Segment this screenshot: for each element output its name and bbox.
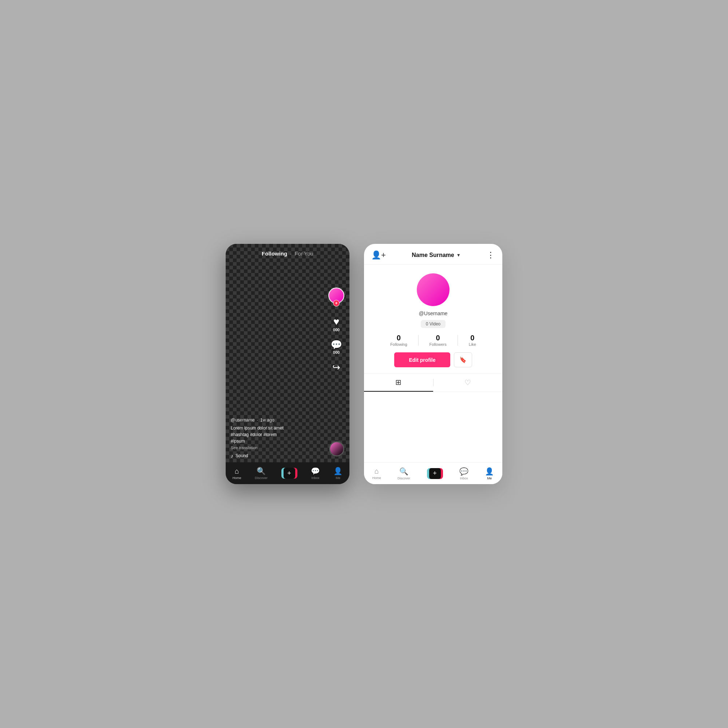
inbox-icon-light: 💬 <box>459 467 468 476</box>
dark-nav-inbox[interactable]: 💬 Inbox <box>311 466 320 480</box>
grid-icon: ⊞ <box>395 378 401 387</box>
profile-name: Name Surname <box>412 252 454 258</box>
music-note-icon: ♪ <box>231 453 233 459</box>
light-nav-me[interactable]: 👤 Me <box>485 467 494 480</box>
username-time-row: @username · 1w ago <box>231 418 284 423</box>
comment-icon: 💬 <box>330 340 342 349</box>
bookmark-icon: 🔖 <box>459 357 466 363</box>
video-username[interactable]: @username <box>231 418 255 423</box>
light-bottom-nav: ⌂ Home 🔍 Discover + 💬 Inbox 👤 Me <box>364 462 502 484</box>
profile-actions: Edit profile 🔖 <box>371 352 495 367</box>
inbox-label: Inbox <box>311 476 319 480</box>
for-you-tab[interactable]: For You <box>294 251 314 257</box>
profile-tabs: ⊞ ♡ <box>364 373 502 392</box>
separator-dot: · <box>290 251 292 257</box>
create-button-dark[interactable]: + <box>281 468 297 479</box>
heart-icon: ♥ <box>333 317 340 327</box>
add-user-icon[interactable]: 👤+ <box>371 251 386 260</box>
dark-nav-create[interactable]: + <box>281 468 297 479</box>
video-bottom-info: @username · 1w ago Lorem ipsum dolor sit… <box>231 418 284 459</box>
see-translation-link[interactable]: See translation <box>231 445 284 450</box>
light-nav-inbox[interactable]: 💬 Inbox <box>459 467 468 480</box>
profile-icon-light: 👤 <box>485 467 494 476</box>
light-nav-discover[interactable]: 🔍 Discover <box>398 467 410 480</box>
profile-name-dropdown[interactable]: Name Surname ▼ <box>412 252 460 258</box>
share-action[interactable]: ↪ <box>332 362 340 372</box>
followers-stat[interactable]: 0 Followers <box>419 334 457 347</box>
me-label-light: Me <box>487 476 492 480</box>
search-icon: 🔍 <box>257 466 266 476</box>
follow-plus-button[interactable]: + <box>333 300 340 306</box>
sound-label[interactable]: Sound <box>236 453 248 458</box>
side-actions: + ♥ 000 💬 000 ↪ <box>328 288 344 372</box>
sound-bar: ♪ Sound <box>231 453 284 459</box>
home-label-light: Home <box>372 476 381 480</box>
time-ago: 1w ago <box>260 418 274 423</box>
edit-profile-button[interactable]: Edit profile <box>394 352 450 367</box>
caption-line2: #hashtag #dolor #lorem <box>231 431 284 438</box>
video-count-badge: 0 Video <box>421 320 445 328</box>
dark-header: Following · For You <box>226 244 349 261</box>
video-caption: Lorem ipsum dolor sit amet #hashtag #dol… <box>231 425 284 444</box>
like-action[interactable]: ♥ 000 <box>333 317 340 332</box>
me-label: Me <box>336 476 341 480</box>
home-label: Home <box>232 476 241 480</box>
following-stat[interactable]: 0 Following <box>379 334 418 347</box>
create-button-light[interactable]: + <box>427 468 443 479</box>
light-phone: 👤+ Name Surname ▼ ⋮ @Username 0 Video 0 … <box>364 244 502 484</box>
home-icon-light: ⌂ <box>375 467 379 476</box>
caption-line1: Lorem ipsum dolor sit amet <box>231 425 284 431</box>
separator: · <box>257 418 258 423</box>
dark-bottom-nav: ⌂ Home 🔍 Discover + 💬 Inbox 👤 Me <box>226 462 349 484</box>
creator-avatar-wrap: + <box>328 288 344 304</box>
plus-inner-dark: + <box>284 468 295 479</box>
inbox-label-light: Inbox <box>460 476 468 480</box>
caption-line3: #ipsum <box>231 438 284 444</box>
dark-nav-discover[interactable]: 🔍 Discover <box>255 466 268 480</box>
following-count: 0 <box>397 334 401 342</box>
tab-grid[interactable]: ⊞ <box>364 373 433 392</box>
likes-stat[interactable]: 0 Like <box>458 334 487 347</box>
discover-label: Discover <box>255 476 268 480</box>
share-icon: ↪ <box>332 362 340 372</box>
profile-avatar[interactable] <box>417 273 450 306</box>
tab-liked[interactable]: ♡ <box>434 374 503 391</box>
light-header: 👤+ Name Surname ▼ ⋮ <box>364 244 502 265</box>
light-nav-create[interactable]: + <box>427 468 443 479</box>
comment-count: 000 <box>333 350 340 355</box>
comment-action[interactable]: 💬 000 <box>330 340 342 355</box>
bookmark-button[interactable]: 🔖 <box>454 352 472 367</box>
followers-label: Followers <box>430 342 447 347</box>
heart-liked-icon: ♡ <box>465 378 471 387</box>
likes-count: 0 <box>470 334 474 342</box>
following-label: Following <box>390 342 407 347</box>
profile-username: @Username <box>419 310 448 316</box>
more-options-icon[interactable]: ⋮ <box>487 251 495 260</box>
profile-icon: 👤 <box>333 466 343 476</box>
dark-nav-me[interactable]: 👤 Me <box>333 466 343 480</box>
profile-section: @Username 0 Video 0 Following 0 Follower… <box>364 265 502 373</box>
stats-row: 0 Following 0 Followers 0 Like <box>371 334 495 347</box>
inbox-icon: 💬 <box>311 466 320 476</box>
plus-inner-light: + <box>429 468 441 479</box>
light-nav-home[interactable]: ⌂ Home <box>372 467 381 480</box>
dark-nav-home[interactable]: ⌂ Home <box>232 467 241 480</box>
home-icon: ⌂ <box>235 467 239 476</box>
likes-label: Like <box>469 342 476 347</box>
music-disc <box>329 441 344 456</box>
search-icon-light: 🔍 <box>399 467 408 476</box>
followers-count: 0 <box>436 334 440 342</box>
discover-label-light: Discover <box>398 476 410 480</box>
following-tab[interactable]: Following <box>262 251 287 257</box>
phones-container: Following · For You + ♥ 000 💬 000 <box>226 244 502 484</box>
like-count: 000 <box>333 327 340 332</box>
chevron-down-icon: ▼ <box>456 252 461 258</box>
dark-phone: Following · For You + ♥ 000 💬 000 <box>226 244 349 484</box>
